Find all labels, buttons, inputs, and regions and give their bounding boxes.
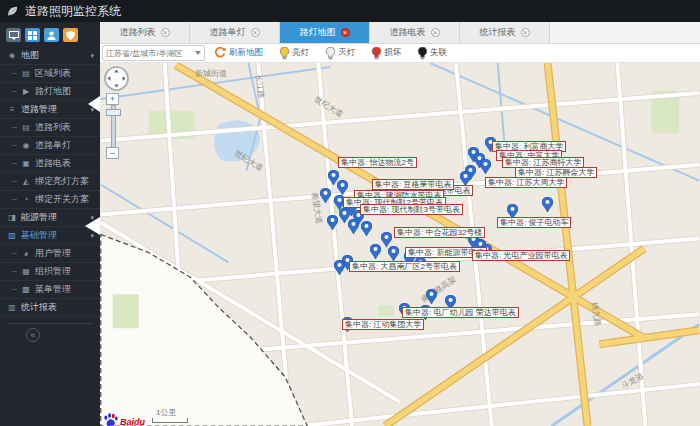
scale-bar — [152, 418, 188, 423]
zoom-out-button[interactable]: − — [106, 147, 119, 159]
map-marker-pin[interactable] — [460, 171, 471, 186]
sidebar-quick-buttons — [0, 22, 100, 47]
sidebar-item-8[interactable]: ◔绑定开关方案 — [0, 191, 100, 209]
refresh-label: 刷新地图 — [229, 47, 263, 59]
zoom-in-button[interactable]: + — [106, 93, 119, 105]
tab-close-icon[interactable]: × — [341, 28, 350, 37]
map-pan-control[interactable] — [103, 65, 130, 96]
map-marker-pin[interactable] — [348, 219, 359, 234]
lamp-status-legend: 亮灯灭灯损坏失联 — [279, 47, 463, 60]
sidebar-item-label: 道路电表 — [35, 157, 71, 170]
sidebar-item-label: 菜单管理 — [35, 283, 71, 296]
monitor-icon[interactable] — [6, 28, 21, 42]
tab-close-icon[interactable]: × — [251, 28, 260, 37]
sidebar-item-label: 绑定开关方案 — [35, 193, 89, 206]
refresh-map-button[interactable]: 刷新地图 — [214, 47, 263, 59]
list-icon: ▤ — [21, 123, 31, 132]
sidebar-item-5[interactable]: ◉道路单灯 — [0, 137, 100, 155]
zoom-slider-handle[interactable] — [106, 109, 121, 116]
map-marker-pin[interactable] — [337, 180, 348, 195]
app-title: 道路照明监控系统 — [25, 3, 121, 20]
map-canvas[interactable]: 新城街道世纪大道世纪大道长江路希望大道南环路高架纬九路斗龙港 集中器: 怡达物流… — [100, 63, 700, 426]
road-name-label: 新城街道 — [195, 68, 227, 79]
app-window: 道路照明监控系统 ◈地图▾▤区域列表▶路灯地图≡道路管理▾▤道路列表◉道路单灯▣… — [0, 0, 700, 426]
map-marker-pin[interactable] — [388, 246, 399, 261]
map-marker-pin[interactable] — [327, 215, 338, 230]
sidebar-item-label: 道路列表 — [35, 121, 71, 134]
sidebar-item-3[interactable]: ≡道路管理▾ — [0, 101, 100, 119]
map-marker-pin[interactable] — [542, 197, 553, 212]
map-marker-pin[interactable] — [381, 232, 392, 247]
nav-icon: ▶ — [21, 87, 31, 96]
bulb-icon — [371, 47, 382, 60]
legend-label: 损坏 — [384, 47, 401, 59]
tab-close-icon[interactable]: × — [521, 28, 530, 37]
switch-icon: ◔ — [21, 195, 31, 204]
bulb-icon — [417, 47, 428, 60]
map-marker-pin[interactable] — [480, 159, 491, 174]
concentrator-label[interactable]: 集中器: 怡达物流2号 — [338, 157, 417, 168]
sidebar-item-2[interactable]: ▶路灯地图 — [0, 83, 100, 101]
tab-2[interactable]: 路灯地图× — [280, 22, 370, 43]
grid-icon[interactable] — [25, 28, 40, 42]
legend-item-1: 灭灯 — [325, 47, 355, 60]
concentrator-label[interactable]: 集中器: 江动集团大学 — [342, 319, 424, 330]
legend-label: 灭灯 — [338, 47, 355, 59]
sidebar-item-0[interactable]: ◈地图▾ — [0, 47, 100, 65]
scale-label: 1公里 — [156, 407, 188, 418]
concentrator-label[interactable]: 集中器: 大昌南厂区2号带电表 — [349, 261, 460, 272]
sidebar-item-13[interactable]: ▩菜单管理 — [0, 281, 100, 299]
sidebar-item-11[interactable]: ◕用户管理 — [0, 245, 100, 263]
tab-label: 道路列表 — [120, 26, 156, 39]
main-area: 道路列表×道路单灯×路灯地图×道路电表×统计报表× 江苏省/盐城市/亭湖区 刷新… — [100, 22, 700, 426]
sidebar-item-7[interactable]: ◭绑定亮灯方案 — [0, 173, 100, 191]
shield-icon[interactable] — [63, 28, 78, 42]
concentrator-label[interactable]: 集中器: 豆格莱带电表 — [372, 179, 454, 190]
brand-label: Baidu — [120, 418, 145, 426]
list-icon: ▤ — [21, 69, 31, 78]
tab-bar: 道路列表×道路单灯×路灯地图×道路电表×统计报表× — [100, 22, 700, 44]
region-select[interactable]: 江苏省/盐城市/亭湖区 — [102, 45, 205, 61]
map-marker-pin[interactable] — [361, 221, 372, 236]
sidebar-item-label: 绑定亮灯方案 — [35, 175, 89, 188]
concentrator-label[interactable]: 集中器: 江苏大周大学 — [485, 177, 567, 188]
sidebar-item-6[interactable]: ▣道路电表 — [0, 155, 100, 173]
tab-label: 路灯地图 — [300, 26, 336, 39]
sidebar-collapse-button[interactable]: « — [26, 328, 40, 342]
menu-icon: ≡ — [7, 105, 17, 114]
legend-label: 失联 — [430, 47, 447, 59]
legend-item-2: 损坏 — [371, 47, 401, 60]
tab-close-icon[interactable]: × — [161, 28, 170, 37]
org-icon: ▦ — [21, 267, 31, 276]
map-marker-pin[interactable] — [370, 244, 381, 259]
tab-0[interactable]: 道路列表× — [100, 22, 190, 43]
tab-3[interactable]: 道路电表× — [370, 22, 460, 43]
concentrator-label[interactable]: 集中器: 电厂幼儿园 荣达带电表 — [402, 307, 519, 318]
region-select-value: 江苏省/盐城市/亭湖区 — [106, 48, 182, 59]
tab-4[interactable]: 统计报表× — [460, 22, 550, 43]
concentrator-label[interactable]: 集中器: 俊子电动车 — [497, 217, 571, 228]
tab-1[interactable]: 道路单灯× — [190, 22, 280, 43]
sidebar-item-14[interactable]: ▥统计报表 — [0, 299, 100, 317]
sidebar-item-label: 道路单灯 — [35, 139, 71, 152]
app-header: 道路照明监控系统 — [0, 0, 700, 22]
tab-close-icon[interactable]: × — [431, 28, 440, 37]
leaf-logo-icon — [6, 5, 19, 18]
tab-label: 道路单灯 — [210, 26, 246, 39]
legend-label: 亮灯 — [292, 47, 309, 59]
sidebar-item-4[interactable]: ▤道路列表 — [0, 119, 100, 137]
concentrator-label[interactable]: 集中器: 光电产业园带电表 — [472, 250, 570, 261]
menu2-icon: ▩ — [21, 285, 31, 294]
user-icon[interactable] — [44, 28, 59, 42]
baidu-paw-icon — [103, 413, 118, 426]
map-marker-pin[interactable] — [426, 289, 437, 304]
concentrator-label[interactable]: 集中器: 现代制鞋3号带电表 — [360, 204, 463, 215]
bulb-icon: ◉ — [21, 141, 31, 150]
sidebar-item-12[interactable]: ▦组织管理 — [0, 263, 100, 281]
map-marker-pin[interactable] — [334, 260, 345, 275]
map-marker-pin[interactable] — [320, 188, 331, 203]
concentrator-label[interactable]: 集中器: 中合花园32号楼 — [394, 227, 485, 238]
sidebar-item-label: 道路管理 — [21, 103, 57, 116]
refresh-icon — [214, 47, 226, 59]
sidebar-item-1[interactable]: ▤区域列表 — [0, 65, 100, 83]
